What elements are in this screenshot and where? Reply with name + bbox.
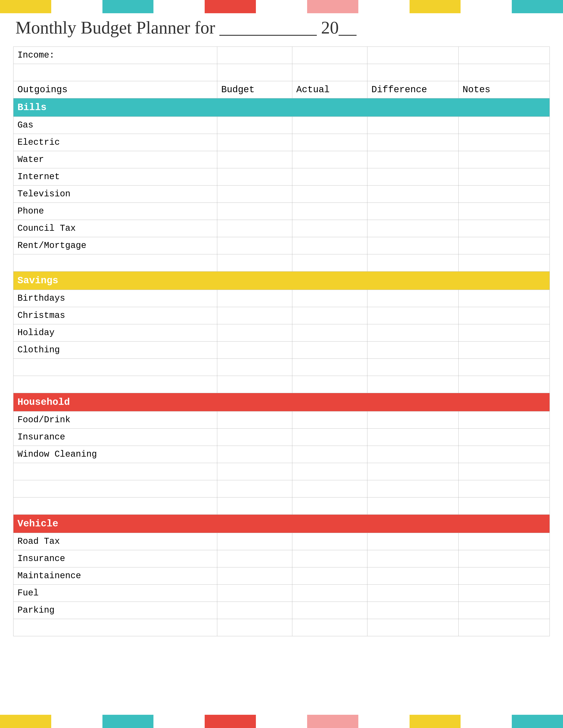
top-bar-seg-10 [461, 0, 512, 13]
table-row: Phone [13, 203, 550, 220]
empty-row-8 [13, 619, 550, 636]
col-difference-header: Difference [368, 81, 459, 98]
item-electric: Electric [13, 134, 217, 151]
top-bar-seg-8 [358, 0, 410, 13]
columns-header-row: Outgoings Budget Actual Difference Notes [13, 81, 550, 98]
top-bar-seg-6 [256, 0, 307, 13]
item-insurance: Insurance [13, 429, 217, 446]
item-holiday: Holiday [13, 324, 217, 341]
table-row: Birthdays [13, 290, 550, 307]
bottom-bar-seg-3 [102, 715, 154, 728]
table-row: Insurance [13, 550, 550, 567]
table-row: Insurance [13, 429, 550, 446]
empty-row-3 [13, 359, 550, 376]
table-row: Parking [13, 602, 550, 619]
col-actual-header: Actual [292, 81, 368, 98]
table-row: Holiday [13, 324, 550, 341]
item-clothing: Clothing [13, 341, 217, 359]
bottom-bar-seg-4 [153, 715, 205, 728]
top-bar-seg-5 [205, 0, 256, 13]
table-row: Internet [13, 168, 550, 186]
table-row: Road Tax [13, 533, 550, 550]
empty-row-7 [13, 497, 550, 515]
bottom-bar-seg-7 [307, 715, 358, 728]
table-row: Christmas [13, 307, 550, 324]
item-maintainence: Maintainence [13, 567, 217, 585]
col-outgoings-header: Outgoings [13, 81, 217, 98]
top-bar-seg-11 [512, 0, 563, 13]
table-row: Food/Drink [13, 411, 550, 429]
top-bar-seg-9 [410, 0, 461, 13]
page-title: Monthly Budget Planner for ___________ 2… [13, 18, 550, 38]
bottom-color-bar [0, 715, 563, 728]
bottom-bar-seg-2 [51, 715, 102, 728]
empty-row-2 [13, 254, 550, 272]
item-internet: Internet [13, 168, 217, 186]
bottom-bar-seg-8 [358, 715, 410, 728]
income-budget [217, 47, 292, 64]
table-row: Rent/Mortgage [13, 237, 550, 254]
item-christmas: Christmas [13, 307, 217, 324]
table-row: Electric [13, 134, 550, 151]
bottom-bar-seg-6 [256, 715, 307, 728]
income-notes [459, 47, 550, 64]
top-bar-seg-4 [153, 0, 205, 13]
income-actual [292, 47, 368, 64]
table-row: Gas [13, 117, 550, 134]
item-rent-mortgage: Rent/Mortgage [13, 237, 217, 254]
item-birthdays: Birthdays [13, 290, 217, 307]
item-fuel: Fuel [13, 585, 217, 602]
income-diff [368, 47, 459, 64]
table-row: Council Tax [13, 220, 550, 237]
top-bar-seg-1 [0, 0, 51, 13]
item-television: Television [13, 186, 217, 203]
empty-row-1 [13, 64, 550, 81]
item-parking: Parking [13, 602, 217, 619]
savings-header-label: Savings [13, 272, 550, 290]
household-header-label: Household [13, 393, 550, 411]
income-label: Income: [13, 47, 217, 64]
item-phone: Phone [13, 203, 217, 220]
bottom-bar-seg-11 [512, 715, 563, 728]
empty-row-4 [13, 376, 550, 393]
table-row: Fuel [13, 585, 550, 602]
item-council-tax: Council Tax [13, 220, 217, 237]
top-bar-seg-7 [307, 0, 358, 13]
col-budget-header: Budget [217, 81, 292, 98]
bottom-bar-seg-1 [0, 715, 51, 728]
table-row: Clothing [13, 341, 550, 359]
top-color-bar [0, 0, 563, 13]
bills-header-row: Bills [13, 98, 550, 117]
bills-header-label: Bills [13, 98, 550, 117]
bottom-bar-seg-5 [205, 715, 256, 728]
bottom-bar-seg-9 [410, 715, 461, 728]
empty-row-5 [13, 463, 550, 480]
table-row: Window Cleaning [13, 446, 550, 463]
vehicle-header-row: Vehicle [13, 515, 550, 533]
table-row: Water [13, 151, 550, 168]
item-food-drink: Food/Drink [13, 411, 217, 429]
vehicle-header-label: Vehicle [13, 515, 550, 533]
bottom-bar-seg-10 [461, 715, 512, 728]
item-vehicle-insurance: Insurance [13, 550, 217, 567]
empty-row-6 [13, 480, 550, 497]
item-water: Water [13, 151, 217, 168]
item-road-tax: Road Tax [13, 533, 217, 550]
top-bar-seg-3 [102, 0, 154, 13]
budget-table: Income: Outgoings Budget Actual Differen… [13, 47, 550, 636]
table-row: Television [13, 186, 550, 203]
item-gas: Gas [13, 117, 217, 134]
top-bar-seg-2 [51, 0, 102, 13]
col-notes-header: Notes [459, 81, 550, 98]
item-window-cleaning: Window Cleaning [13, 446, 217, 463]
income-row: Income: [13, 47, 550, 64]
household-header-row: Household [13, 393, 550, 411]
savings-header-row: Savings [13, 272, 550, 290]
table-row: Maintainence [13, 567, 550, 585]
